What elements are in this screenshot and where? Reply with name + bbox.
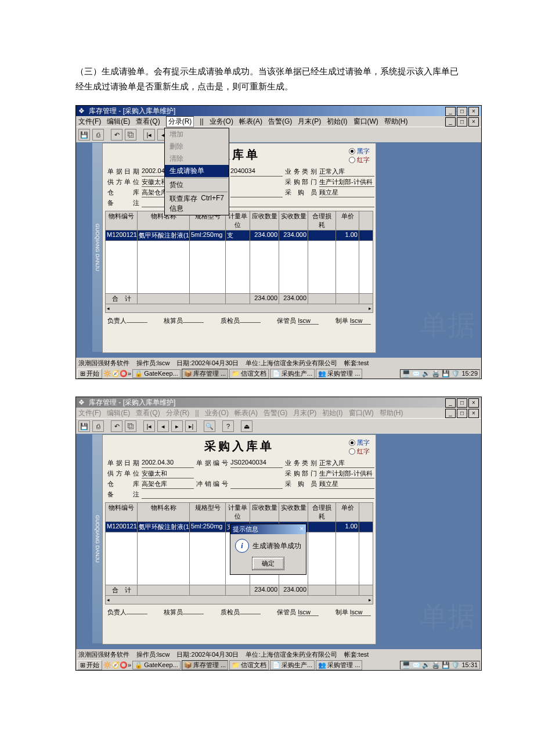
dd-generate[interactable]: 生成请验单 [165,165,229,177]
tray-icon[interactable]: 🔊 [422,370,430,377]
tray-icon[interactable]: 💾 [442,370,450,377]
child-minimize-button[interactable]: _ [445,409,456,418]
task-item[interactable]: 📦 库存管理 ... [182,369,228,379]
tray-icon[interactable]: 🧭 [111,370,120,377]
menu-report[interactable]: 帐表(A) [239,117,262,127]
field-dept[interactable]: 生产计划部-计供科 [319,178,374,187]
menu-help[interactable]: 帮助(H) [384,117,408,127]
tray-icon[interactable]: » [128,370,131,377]
radio-black[interactable]: 黑字 [349,147,370,156]
print-icon[interactable]: ⎙ [92,420,104,432]
prev-icon[interactable]: ◂ [157,420,169,432]
hscrollbar[interactable]: ◂▸ [105,596,373,604]
find-icon[interactable]: 🔍 [204,420,215,432]
table-row[interactable]: M1200121氨甲环酸注射液(15ml:250mg支234.000234.00… [105,231,373,241]
tray-icon[interactable]: » [128,661,131,668]
hscrollbar[interactable]: ◂▸ [105,304,373,313]
task-item[interactable]: 📁 信谊文档 [229,369,269,379]
task-item[interactable]: 👥 采购管理 ... [316,369,362,379]
minimize-button[interactable]: _ [445,107,456,116]
field-type[interactable]: 正常入库 [319,459,374,468]
field-buyer[interactable]: 顾立星 [319,188,374,197]
undo-icon[interactable]: ↶ [111,420,122,432]
menu-file[interactable]: 文件(F) [78,117,101,127]
task-item[interactable]: 🔒 GateKeep... [132,369,181,378]
field-supplier[interactable]: 安徽太和 [142,469,194,478]
child-maximize-button[interactable]: □ [457,117,467,127]
child-minimize-button[interactable]: _ [445,117,456,127]
dd-location[interactable]: 货位 [165,179,229,191]
field-dept[interactable]: 生产计划部-计供科 [319,469,374,478]
radio-red[interactable]: 红字 [349,447,370,456]
menu-split[interactable]: 分录(R) [166,116,194,127]
last-icon[interactable]: ▸| [185,420,197,432]
radio-black[interactable]: 黑字 [349,438,370,447]
field-no[interactable]: 2040034 [230,167,283,177]
dd-delete[interactable]: 删除 [165,141,229,153]
radio-red[interactable]: 红字 [349,156,370,164]
save-icon[interactable]: 💾 [78,129,90,141]
help-icon[interactable]: ? [222,420,234,432]
field-type[interactable]: 正常入库 [319,167,374,177]
field-buyer[interactable]: 顾立星 [319,480,374,489]
tray-icon[interactable]: ⭕ [120,661,128,668]
field-no[interactable]: JS02040034 [230,459,283,468]
tray-icon[interactable]: 🔊 [422,661,430,669]
minimize-button[interactable]: _ [445,398,456,408]
tray-icon[interactable]: ✉️ [412,370,420,377]
field-wh[interactable]: 高架仓库 [142,480,194,489]
tray-icon[interactable]: 💾 [442,661,450,669]
child-close-button[interactable]: × [468,409,479,418]
save-icon[interactable]: 💾 [78,420,90,432]
maximize-button[interactable]: □ [457,107,467,116]
task-item[interactable]: 📦 库存管理 ... [182,660,228,670]
close-button[interactable]: × [468,107,479,116]
undo-icon[interactable]: ↶ [111,129,122,141]
first-icon[interactable]: |◂ [143,129,155,141]
copy-icon[interactable]: ⿻ [125,129,136,141]
print-icon[interactable]: ⎙ [92,129,104,141]
dd-add[interactable]: 增加 [165,128,229,141]
task-item[interactable]: 📄 采购生产... [270,369,315,379]
copy-icon[interactable]: ⿻ [125,420,136,432]
tray-icon[interactable]: 🖥️ [402,661,410,669]
tray-icon[interactable]: 🛡️ [452,370,460,377]
tray-icon[interactable]: 🔆 [103,661,111,668]
menu-view[interactable]: 查看(Q) [136,117,160,127]
tray-icon[interactable]: 🧭 [111,661,120,668]
task-item[interactable]: 📄 采购生产... [270,660,315,670]
tray-icon[interactable]: 🔆 [103,370,111,377]
close-button[interactable]: × [468,398,479,408]
ok-button[interactable]: 确定 [252,557,284,570]
menu-month[interactable]: 月末(P) [298,117,321,127]
tray-icon[interactable]: ⭕ [120,370,128,377]
field-date[interactable]: 2002.04.30 [142,459,194,468]
field-remark[interactable] [142,490,374,499]
menu-alert[interactable]: 告警(G) [268,117,292,127]
first-icon[interactable]: |◂ [143,420,155,432]
tray-icon[interactable]: 🖥️ [402,370,410,377]
next-icon[interactable]: ▸ [171,420,183,432]
exit-icon[interactable]: ⏏ [241,420,252,432]
menu-window[interactable]: 窗口(W) [353,117,378,127]
child-maximize-button[interactable]: □ [457,409,467,418]
task-item[interactable]: 👥 采购管理 ... [316,660,362,670]
tray-icon[interactable]: 🖨️ [432,661,440,669]
tray-icon[interactable]: ✉️ [412,661,420,669]
dialog-close-icon[interactable]: × [300,525,304,534]
maximize-button[interactable]: □ [457,398,467,408]
field-rush[interactable] [230,188,283,197]
menu-init[interactable]: 初始(I) [327,117,347,127]
menu-biz[interactable]: 业务(O) [210,117,233,127]
start-button[interactable]: ⊞开始 [77,660,102,670]
menu-edit[interactable]: 编辑(E) [107,117,130,127]
task-item[interactable]: 🔒 GateKeep... [132,661,181,669]
dd-stock[interactable]: 联查库存信息Ctrl+F7 [165,193,229,215]
task-item[interactable]: 📁 信谊文档 [229,660,269,670]
dd-clear[interactable]: 清除 [165,153,229,165]
field-rush[interactable] [230,480,283,489]
tray-icon[interactable]: 🖨️ [432,370,440,377]
start-button[interactable]: ⊞开始 [77,369,102,379]
tray-icon[interactable]: 🛡️ [452,661,460,669]
child-close-button[interactable]: × [468,117,479,127]
